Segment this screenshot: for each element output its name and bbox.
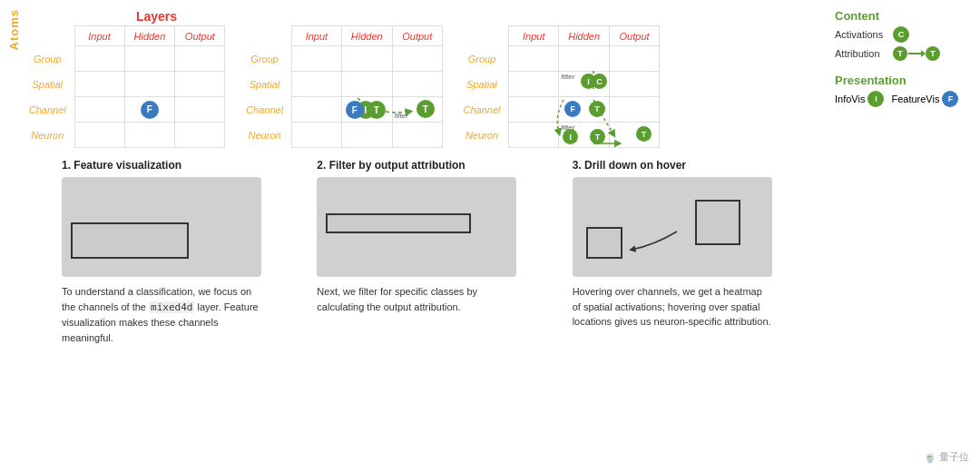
cell-f-1: F [124, 97, 175, 123]
table-row: Spatial filter I C [459, 72, 660, 97]
row-channel-2: Channel [241, 97, 291, 123]
row-neuron-1: Neuron [24, 123, 74, 148]
cell [124, 46, 175, 72]
cell [175, 123, 225, 148]
row-spatial-1: Spatial [24, 72, 74, 97]
node-f-badge-2: F [346, 101, 364, 119]
watermark-text: 量子位 [939, 450, 969, 464]
step-2: 2. Filter by output attribution Next, we… [308, 159, 563, 345]
table-row: Spatial [24, 72, 225, 97]
content-title: Content [835, 9, 971, 23]
table-row: Group [459, 46, 660, 72]
cell [175, 72, 225, 97]
col-output-2: Output [392, 26, 442, 46]
cell-it-3: filter I C [559, 72, 610, 97]
attribution-label: Attribution [835, 48, 889, 59]
three-grids: Input Hidden Output Group [24, 25, 660, 148]
main-area: Atoms Layers [0, 0, 826, 473]
grid-table-3: Input Hidden Output Group [459, 25, 660, 148]
step-3-box1 [695, 200, 740, 245]
cell [291, 123, 341, 148]
step-3-title: 3. Drill down on hover [573, 159, 686, 172]
row-neuron-3: Neuron [459, 123, 509, 148]
step-2-text: Next, we filter for specific classes by … [317, 284, 516, 314]
cell [392, 46, 442, 72]
table-row: Neuron [24, 123, 225, 148]
col-input-2: Input [291, 26, 341, 46]
col-hidden-1: Hidden [124, 26, 175, 46]
cell [341, 72, 392, 97]
cell [291, 97, 341, 123]
atoms-label: Atoms [7, 9, 21, 68]
col-output-3: Output [610, 26, 660, 46]
node-i-neuron-3: I [563, 129, 578, 144]
row-spatial-3: Spatial [459, 72, 509, 97]
activations-label: Activations [835, 29, 889, 40]
row-channel-1: Channel [24, 97, 74, 123]
cell [74, 46, 124, 72]
grid-3-rel: Input Hidden Output Group [459, 25, 660, 148]
row-group-1: Group [24, 46, 74, 72]
presentation-row: InfoVis I FeatureVis F [835, 91, 971, 107]
step-3-text: Hovering over channels, we get a heatmap… [573, 284, 772, 330]
cell [291, 46, 341, 72]
step-1-title: 1. Feature visualization [62, 159, 181, 172]
right-panel: Content Activations C Attribution T T Pr… [826, 0, 980, 473]
cell [509, 123, 559, 148]
attribution-from-badge: T [893, 46, 907, 61]
table-row: Neuron [241, 123, 442, 148]
node-i-3: I [581, 74, 596, 89]
cell [610, 72, 660, 97]
cell [124, 72, 175, 97]
layers-title: Layers [136, 9, 177, 24]
node-t-neuron-3: T [590, 129, 605, 144]
table-row: Neuron filter I T T [459, 123, 660, 148]
attribution-to-badge: T [926, 46, 940, 61]
featurevis-item: FeatureVis F [891, 91, 958, 107]
step-2-image [317, 177, 516, 277]
cell-t-neuron-out-3: T [610, 123, 660, 148]
cell-t3-out [610, 97, 660, 123]
watermark-icon: 🍵 [924, 451, 936, 463]
col-input-3: Input [509, 26, 559, 46]
col-input-1: Input [74, 26, 124, 46]
grid-table-1: Input Hidden Output Group [24, 25, 225, 148]
presentation-section: Presentation InfoVis I FeatureVis F [835, 74, 971, 107]
row-spatial-2: Spatial [241, 72, 291, 97]
grid-table-2: Input Hidden Output Group [241, 25, 442, 148]
cell [175, 46, 225, 72]
node-f-3: F [564, 101, 581, 117]
grid-3: Input Hidden Output Group [459, 25, 660, 148]
node-t-output-2: T [416, 100, 435, 118]
table-row: Group [24, 46, 225, 72]
cell [559, 46, 610, 72]
table-row: Spatial [241, 72, 442, 97]
col-hidden-3: Hidden [559, 26, 610, 46]
cell [509, 72, 559, 97]
cell [341, 46, 392, 72]
step-1-text: To understand a classification, we focus… [62, 284, 261, 345]
cell [291, 72, 341, 97]
cell [509, 46, 559, 72]
cell [610, 46, 660, 72]
infovis-item: InfoVis I [835, 91, 884, 107]
cell [392, 123, 442, 148]
node-t-out-neuron-3: T [636, 126, 652, 142]
grid-1-rel: Input Hidden Output Group [24, 25, 225, 148]
steps-section: 1. Feature visualization To understand a… [0, 152, 826, 349]
table-row: Channel F I T [241, 97, 442, 123]
col-hidden-2: Hidden [341, 26, 392, 46]
attribution-row: Attribution T T [835, 46, 971, 61]
watermark: 🍵 量子位 [924, 450, 969, 464]
filter-label-2: filter [395, 112, 408, 120]
step-1: 1. Feature visualization To understand a… [53, 159, 308, 345]
cell [74, 72, 124, 97]
table-row: Group [241, 46, 442, 72]
presentation-title: Presentation [835, 74, 971, 87]
cell-t-2: T filter [392, 97, 442, 123]
table-row: Channel F T [459, 97, 660, 123]
filter-label-3a: filter [561, 73, 574, 81]
featurevis-label: FeatureVis [891, 94, 939, 104]
step-3-box2 [586, 227, 622, 259]
cell-f-3: F T [559, 97, 610, 123]
